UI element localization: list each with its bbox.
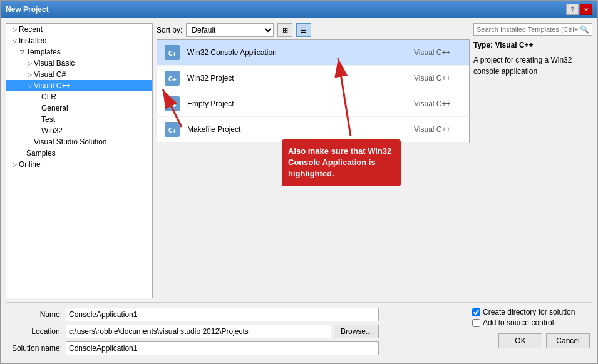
tree-arrow-templates: ▽	[19, 49, 25, 55]
description-panel: Type: Visual C++ A project for creating …	[473, 39, 592, 298]
tree-label-win32: Win32	[41, 126, 63, 135]
tree-item-visual-csharp[interactable]: ▷Visual C#	[6, 69, 152, 80]
add-source-label[interactable]: Add to source control	[483, 318, 554, 327]
svg-text:C+: C+	[168, 49, 177, 58]
add-source-checkbox[interactable]	[472, 319, 480, 327]
location-label: Location:	[6, 327, 62, 336]
tree-label-vs-solution: Visual Studio Solution	[34, 138, 107, 146]
template-name-win32-console: Win32 Console Application	[187, 48, 409, 57]
name-label: Name:	[6, 310, 62, 319]
template-lang-win32-console: Visual C++	[414, 48, 464, 57]
search-icon: 🔍	[580, 25, 589, 34]
middle-panel: Sort by: Default ⊞ ☰ C+ Win32 Console Ap…	[157, 23, 470, 298]
tree-item-samples[interactable]: Samples	[6, 148, 152, 159]
location-wrap: Browse...	[66, 325, 379, 338]
tree-arrow-visual-basic: ▷	[26, 60, 33, 66]
template-item-win32-console[interactable]: C+ Win32 Console ApplicationVisual C++	[157, 40, 469, 66]
tree-arrow-online: ▷	[11, 161, 18, 168]
title-bar: New Project ? ✕	[1, 1, 597, 18]
ok-button[interactable]: OK	[498, 333, 542, 348]
sort-select[interactable]: Default	[186, 23, 274, 37]
create-dir-label[interactable]: Create directory for solution	[483, 308, 575, 316]
search-box[interactable]: 🔍	[473, 23, 592, 36]
tree-label-installed: Installed	[19, 36, 47, 45]
template-item-win32-project[interactable]: C+ Win32 ProjectVisual C++	[157, 66, 469, 91]
tree-item-online[interactable]: ▷Online	[6, 159, 152, 170]
list-view-button[interactable]: ☰	[296, 23, 311, 37]
name-row: Name:	[6, 308, 462, 321]
svg-text:C+: C+	[168, 75, 177, 83]
template-item-empty-project[interactable]: C+ Empty ProjectVisual C++	[157, 91, 469, 117]
tree-item-general[interactable]: General	[6, 103, 152, 114]
tree-item-win32[interactable]: Win32	[6, 125, 152, 136]
tree-item-vs-solution[interactable]: Visual Studio Solution	[6, 136, 152, 148]
location-row: Location: Browse...	[6, 325, 462, 338]
svg-text:C+: C+	[168, 101, 177, 109]
help-button[interactable]: ?	[566, 4, 579, 15]
right-options: Create directory for solution Add to sou…	[472, 308, 592, 327]
create-dir-row: Create directory for solution	[472, 308, 592, 316]
tree-arrow-visual-cpp: ▽	[26, 83, 33, 89]
template-icon-win32-console: C+	[162, 43, 182, 63]
cancel-button[interactable]: Cancel	[546, 333, 590, 348]
template-lang-makefile-project: Visual C++	[414, 125, 464, 134]
tree-arrow-recent: ▷	[11, 26, 18, 33]
dialog-title: New Project	[6, 5, 49, 14]
template-lang-empty-project: Visual C++	[414, 99, 464, 108]
template-icon-empty-project: C+	[162, 94, 182, 114]
form-right: Create directory for solution Add to sou…	[467, 308, 592, 358]
tree-label-samples: Samples	[26, 149, 56, 158]
tree-arrow-installed: ▽	[11, 38, 18, 44]
template-icon-win32-project: C+	[162, 68, 182, 88]
tree-item-templates[interactable]: ▽Templates	[6, 46, 152, 58]
right-panel: 🔍 Type: Visual C++ A project for creatin…	[473, 23, 592, 298]
solution-input[interactable]	[66, 341, 379, 355]
solution-name-row: Solution name:	[6, 341, 462, 355]
top-area: ▷Recent▽Installed▽Templates▷Visual Basic…	[6, 23, 592, 298]
create-dir-checkbox[interactable]	[472, 308, 480, 316]
tree-label-general: General	[41, 104, 68, 113]
template-item-makefile-project[interactable]: C+ Makefile ProjectVisual C++	[157, 117, 469, 143]
bottom-area: Name: Location: Browse... Solution name:	[6, 302, 592, 358]
tree-item-test[interactable]: Test	[6, 114, 152, 125]
name-input[interactable]	[66, 308, 379, 321]
template-name-empty-project: Empty Project	[187, 99, 409, 108]
tree-label-visual-cpp: Visual C++	[34, 81, 70, 90]
grid-view-button[interactable]: ⊞	[277, 23, 292, 37]
tree-label-visual-basic: Visual Basic	[34, 59, 75, 68]
browse-button[interactable]: Browse...	[334, 325, 379, 338]
template-lang-win32-project: Visual C++	[414, 74, 464, 83]
location-input[interactable]	[66, 325, 331, 338]
tree-arrow-visual-csharp: ▷	[26, 71, 33, 78]
tree-item-installed[interactable]: ▽Installed	[6, 35, 152, 46]
templates-area: C+ Win32 Console ApplicationVisual C++ C…	[157, 39, 470, 298]
tree-label-visual-csharp: Visual C#	[34, 70, 66, 79]
svg-text:C+: C+	[168, 126, 177, 134]
type-description: Type: Visual C++	[473, 39, 592, 51]
dialog-content: ▷Recent▽Installed▽Templates▷Visual Basic…	[1, 18, 597, 363]
tree-label-test: Test	[41, 115, 55, 124]
template-name-makefile-project: Makefile Project	[187, 125, 409, 134]
templates-list: C+ Win32 Console ApplicationVisual C++ C…	[157, 39, 470, 143]
form-fields: Name: Location: Browse... Solution name:	[6, 308, 462, 358]
tree-label-clr: CLR	[41, 93, 56, 101]
close-button[interactable]: ✕	[580, 4, 592, 15]
right-callout: Also make sure that Win32 Console Applic…	[282, 139, 401, 186]
sort-label: Sort by:	[157, 26, 182, 34]
tree-item-recent[interactable]: ▷Recent	[6, 24, 152, 35]
tree-item-visual-basic[interactable]: ▷Visual Basic	[6, 58, 152, 69]
template-name-win32-project: Win32 Project	[187, 74, 409, 83]
bottom-form-area: Name: Location: Browse... Solution name:	[6, 308, 592, 358]
template-icon-makefile-project: C+	[162, 119, 182, 139]
tree-item-clr[interactable]: CLR	[6, 91, 152, 103]
bottom-buttons: OK Cancel	[467, 333, 592, 348]
toolbar-row: Sort by: Default ⊞ ☰	[157, 23, 470, 37]
search-input[interactable]	[477, 26, 579, 33]
tree-item-visual-cpp[interactable]: ▽Visual C++	[6, 80, 152, 91]
description-text: A project for creating a Win32 console a…	[473, 54, 592, 77]
tree-label-recent: Recent	[19, 25, 43, 34]
tree-label-online: Online	[19, 160, 41, 169]
solution-label: Solution name:	[6, 344, 62, 353]
title-bar-controls: ? ✕	[566, 4, 592, 15]
new-project-dialog: New Project ? ✕ ▷Recent▽Installed▽Templa…	[0, 0, 598, 364]
